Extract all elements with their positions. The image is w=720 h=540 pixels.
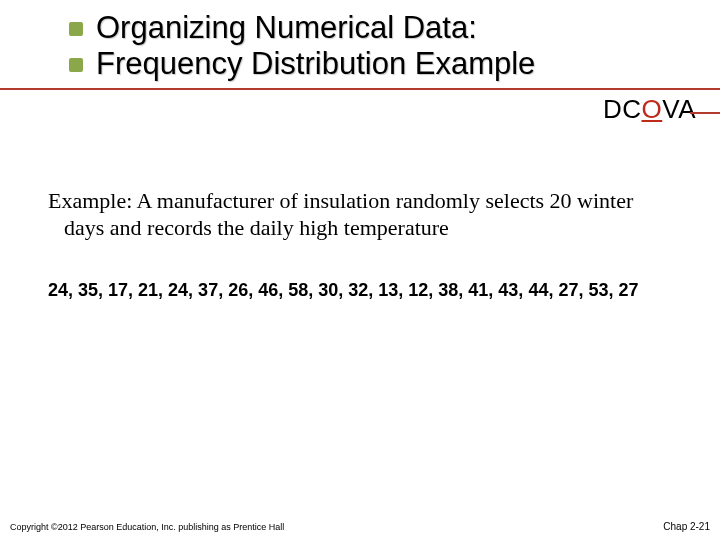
dcova-a: A (678, 94, 696, 124)
title-bullet-1 (69, 22, 83, 36)
title-underline (0, 88, 720, 90)
dcova-d: D (603, 94, 622, 124)
footer-copyright: Copyright ©2012 Pearson Education, Inc. … (10, 522, 284, 532)
example-paragraph: Example: A manufacturer of insulation ra… (48, 188, 678, 242)
title-line-2: Frequency Distribution Example (96, 46, 686, 82)
title-line-1: Organizing Numerical Data: (96, 10, 686, 46)
dcova-c: C (622, 94, 641, 124)
slide-title: Organizing Numerical Data: Frequency Dis… (96, 10, 686, 81)
dcova-v: V (662, 94, 678, 124)
title-bullet-2 (69, 58, 83, 72)
footer-chapter: Chap 2-21 (663, 521, 710, 532)
dcova-label: DCOVA (603, 94, 696, 125)
data-values: 24, 35, 17, 21, 24, 37, 26, 46, 58, 30, … (48, 280, 688, 301)
dcova-o: O (642, 94, 663, 124)
dcova-rule (690, 112, 720, 114)
